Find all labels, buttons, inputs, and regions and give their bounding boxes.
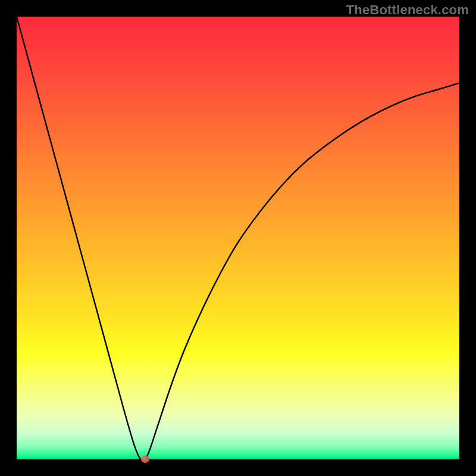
chart-frame: TheBottleneck.com [0,0,476,476]
watermark-text: TheBottleneck.com [346,2,469,18]
plot-area [17,17,459,459]
curve-svg [17,17,459,459]
bottleneck-curve-path [17,17,459,459]
minimum-marker [141,456,149,463]
